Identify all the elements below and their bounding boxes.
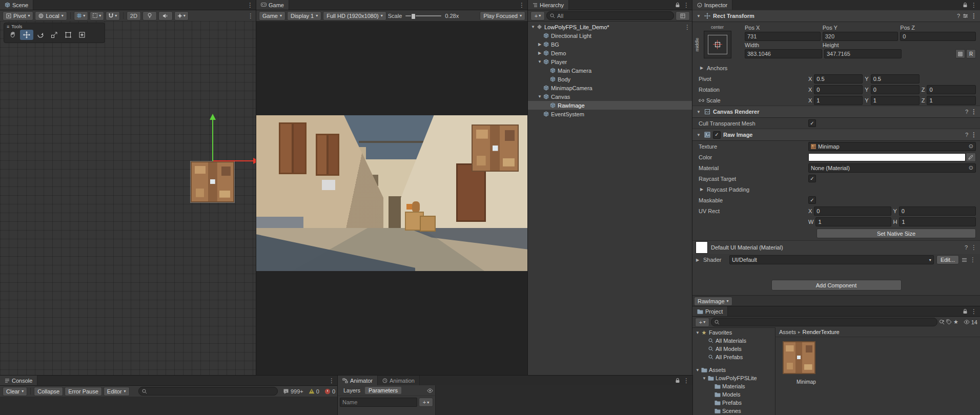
game-view-dropdown[interactable]: Game▾ [259,11,285,20]
object-picker-icon[interactable]: ⊙ [969,164,973,171]
inspector-panel-menu-icon[interactable]: ⋮ [971,2,977,8]
scene-effects-dropdown[interactable]: ▾ [174,11,189,20]
rect-transform-header[interactable]: ▼ Rect Transform ? ⋮ [692,10,980,22]
material-object-field[interactable]: None (Material) ⊙ [808,163,976,173]
hidden-packages-counter[interactable]: 14 [964,319,977,325]
pivot-x-field[interactable]: 0.5 [814,74,863,84]
scene-panel-menu-icon[interactable]: ⋮ [247,2,253,8]
project-tree-item[interactable]: ★ All Materials [692,337,775,345]
foldout-arrow-icon[interactable] [537,94,543,99]
shader-edit-button[interactable]: Edit... [936,255,959,264]
scale-z-field[interactable]: 1 [927,96,976,105]
foldout-arrow-icon[interactable] [695,330,701,335]
console-search-input[interactable] [138,387,278,396]
scale-x-field[interactable]: 1 [814,96,863,105]
parameters-tab[interactable]: Parameters [365,387,401,394]
raw-edit-mode-button[interactable]: R [966,49,976,58]
anchor-preset-button[interactable] [704,31,731,58]
rect-tool-button[interactable] [62,30,75,40]
component-menu-icon[interactable]: ⋮ [971,13,977,19]
project-tree-item[interactable]: ★ Models [692,390,775,399]
material-list-icon[interactable] [962,258,967,262]
foldout-arrow-icon[interactable]: ▶ [699,187,705,192]
animator-graph-area[interactable] [436,385,692,415]
console-panel-menu-icon[interactable]: ⋮ [329,378,335,384]
foldout-arrow-icon[interactable] [537,51,543,55]
rawimage-scene-object[interactable] [191,161,234,202]
view-tool-button[interactable] [6,30,19,40]
set-native-size-button[interactable]: Set Native Size [816,229,976,238]
rotation-z-field[interactable]: 0 [927,85,976,94]
tab-animation[interactable]: Animation [378,376,420,385]
gizmo-x-axis[interactable] [213,160,253,161]
scale-slider[interactable] [405,15,441,16]
rotation-x-field[interactable]: 0 [814,85,863,94]
scale-slider-thumb[interactable] [411,13,416,19]
error-pause-toggle[interactable]: Error Pause [65,387,102,396]
project-tree-item[interactable]: ★ Assets [692,366,775,374]
collapse-toggle[interactable]: Collapse [34,387,63,396]
hierarchy-item[interactable]: Demo ⋮ [528,49,692,57]
create-asset-button[interactable]: +▾ [695,318,709,327]
anchors-row[interactable]: ▶Anchors [692,63,980,73]
tab-game[interactable]: Game [256,0,289,10]
width-field[interactable]: 383.1046 [745,49,822,58]
project-panel-menu-icon[interactable]: ⋮ [971,308,977,315]
foldout-arrow-icon[interactable] [537,42,543,47]
foldout-arrow-icon[interactable]: ▶ [695,258,701,262]
material-section-header[interactable]: Default UI Material (Material) ? ⋮ [692,240,980,254]
help-icon[interactable]: ? [965,244,968,251]
hierarchy-panel-menu-icon[interactable]: ⋮ [683,2,689,8]
snap-settings-dropdown[interactable]: ▾ [90,11,104,20]
project-tree-item[interactable]: ★ Prefabs [692,399,775,407]
uv-h-field[interactable]: 1 [899,217,976,226]
tab-hierarchy[interactable]: Hierarchy [528,0,569,10]
info-messages-toggle[interactable]: 999+ [283,388,303,395]
tab-project[interactable]: Project [692,306,728,316]
warning-messages-toggle[interactable]: 0 [309,388,319,395]
scale-y-field[interactable]: 1 [871,96,920,105]
help-icon[interactable]: ? [965,109,968,115]
tools-overlay-header[interactable]: ≡ Tools [4,23,105,30]
grid-visibility-dropdown[interactable]: ▾ [74,11,88,20]
filter-label-icon[interactable] [946,319,952,325]
material-menu-icon[interactable]: ⋮ [970,257,976,263]
help-icon[interactable]: ? [965,132,968,138]
scene-lighting-button[interactable] [142,11,157,20]
project-tree-item[interactable]: ★ All Prefabs [692,353,775,361]
add-component-button[interactable]: Add Component [771,280,902,291]
pivot-mode-dropdown[interactable]: Pivot▾ [3,11,33,20]
rotation-y-field[interactable]: 0 [871,85,920,94]
hierarchy-item[interactable]: Body ⋮ [528,75,692,84]
scene-toolbar-menu-icon[interactable]: ⋮ [248,13,254,19]
live-link-eye-icon[interactable] [427,388,433,393]
component-enabled-checkbox[interactable]: ✓ [713,131,721,139]
lock-icon[interactable] [675,2,680,8]
hierarchy-item[interactable]: RawImage ⋮ [528,101,692,110]
foldout-arrow-icon[interactable] [695,368,701,372]
resolution-dropdown[interactable]: Full HD (1920x1080)▾ [323,11,386,20]
parameter-search-input[interactable]: Name [340,398,417,407]
foldout-arrow-icon[interactable] [530,25,536,29]
create-object-button[interactable]: +▾ [530,11,545,20]
pos-z-field[interactable]: 0 [900,32,976,41]
hierarchy-item[interactable]: EventSystem ⋮ [528,110,692,118]
add-parameter-button[interactable]: +▾ [419,398,433,407]
project-tree-item[interactable]: ★ Materials [692,382,775,390]
maskable-checkbox[interactable]: ✓ [808,196,816,204]
breadcrumb-root[interactable]: Assets [779,329,796,335]
error-messages-toggle[interactable]: 0 [324,388,335,395]
hierarchy-item[interactable]: Player ⋮ [528,57,692,66]
game-panel-menu-icon[interactable]: ⋮ [519,2,525,8]
foldout-arrow-icon[interactable] [537,59,543,64]
scale-tool-button[interactable] [48,30,61,40]
hierarchy-options-button[interactable] [676,11,690,20]
rawimage-asset-dropdown[interactable]: RawImage▾ [694,297,732,306]
link-icon[interactable] [699,98,704,103]
layers-tab[interactable]: Layers [340,387,364,394]
height-field[interactable]: 347.7165 [824,49,902,58]
pos-y-field[interactable]: 320 [823,32,899,41]
foldout-arrow-icon[interactable] [701,376,707,381]
raycast-target-checkbox[interactable]: ✓ [808,175,816,182]
component-menu-icon[interactable]: ⋮ [971,244,977,251]
